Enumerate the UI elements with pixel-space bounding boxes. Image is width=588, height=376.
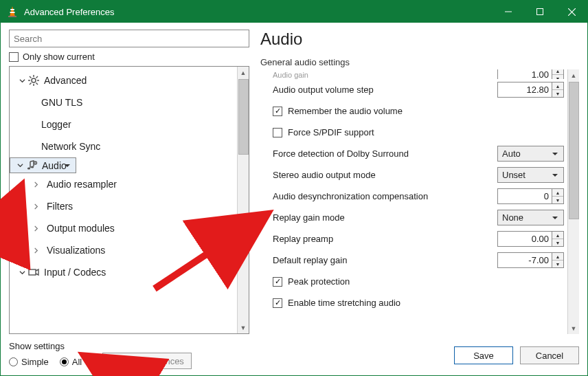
row-stereo-mode: Stereo audio output mode Unset [263,164,564,186]
tree-item-input-codecs[interactable]: Input / Codecs [10,261,249,283]
only-show-current-checkbox[interactable] [9,52,19,62]
spin-down-icon[interactable]: ▼ [552,197,563,203]
audio-gain-spinner[interactable]: ▲▼ [497,69,564,79]
spin-up-icon[interactable]: ▲ [552,69,563,75]
scroll-up-icon[interactable]: ▲ [238,67,249,78]
preamp-spinner[interactable]: ▲▼ [497,231,564,247]
desync-input[interactable] [497,188,552,204]
default-replay-spinner[interactable]: ▲▼ [497,252,564,268]
svg-rect-3 [8,16,16,17]
svg-rect-1 [10,9,14,10]
tree-item-filters[interactable]: Filters [10,195,249,217]
row-dolby: Force detection of Dolby Surround Auto [263,143,564,164]
tree-item-logger[interactable]: Logger [10,113,249,135]
svg-line-14 [36,83,38,85]
codec-icon [27,266,40,278]
tree-item-advanced[interactable]: Advanced [10,69,249,91]
vlc-cone-icon [6,5,19,18]
audio-gain-input[interactable] [497,69,552,79]
row-default-replay: Default replay gain ▲▼ [263,250,564,271]
svg-line-16 [30,83,32,85]
right-panel: Audio General audio settings Audio gain … [260,30,579,334]
svg-line-15 [36,76,38,78]
row-replay-mode: Replay gain mode None [263,207,564,228]
svg-line-13 [30,76,32,78]
replay-mode-select[interactable]: None [497,210,564,225]
tree-item-visualizations[interactable]: Visualizations [10,239,249,261]
spin-down-icon[interactable]: ▼ [552,90,563,97]
svg-rect-5 [537,9,543,15]
row-force-spdif: Force S/PDIF support [263,122,564,143]
reset-preferences-button[interactable]: Reset Preferences [102,353,192,369]
preamp-input[interactable] [497,231,552,247]
time-stretching-checkbox[interactable] [273,298,282,308]
tree-item-audio[interactable]: Audio [10,157,76,173]
spin-up-icon[interactable]: ▲ [552,232,563,239]
volume-step-spinner[interactable]: ▲▼ [497,82,564,98]
tree-item-output-modules[interactable]: Output modules [10,217,249,239]
radio-all[interactable]: All [60,357,82,367]
volume-step-input[interactable] [497,82,552,98]
scroll-thumb[interactable] [569,82,579,219]
spin-down-icon[interactable]: ▼ [552,261,563,267]
radio-icon [9,357,18,366]
chevron-right-icon[interactable] [30,203,41,210]
gear-icon [27,74,40,87]
audio-note-icon [25,159,38,172]
pane-scrollbar[interactable]: ▲ ▼ [567,69,579,334]
row-replay-preamp: Replay preamp ▲▼ [263,228,564,250]
force-spdif-checkbox[interactable] [273,128,282,137]
scroll-up-icon[interactable]: ▲ [568,69,579,81]
chevron-right-icon[interactable] [30,181,41,188]
close-button[interactable] [556,1,587,23]
left-panel: Only show current Advanced GNU TLS Logge… [9,30,249,334]
row-time-stretching: Enable time stretching audio [263,292,564,313]
svg-rect-2 [10,12,15,13]
chevron-right-icon[interactable] [30,225,41,232]
row-peak-protection: Peak protection [263,271,564,292]
svg-point-20 [35,162,36,163]
spin-up-icon[interactable]: ▲ [552,253,563,261]
scroll-down-icon[interactable]: ▼ [568,322,579,334]
chevron-down-icon[interactable] [16,78,27,84]
scroll-thumb[interactable] [238,79,249,155]
cancel-button[interactable]: Cancel [520,346,579,364]
tree-item-gnutls[interactable]: GNU TLS [10,91,249,113]
default-replay-input[interactable] [497,252,552,268]
section-heading: General audio settings [260,57,579,67]
minimize-button[interactable] [493,1,524,23]
row-desync: Audio desynchronization compensation ▲▼ [263,186,564,207]
peak-protection-checkbox[interactable] [273,277,282,287]
svg-marker-0 [10,6,15,16]
spin-down-icon[interactable]: ▼ [552,75,563,79]
settings-pane: Audio gain ▲▼ Audio output volume step ▲… [260,69,579,334]
window: Advanced Preferences Only show current [0,0,588,376]
tree: Advanced GNU TLS Logger Network Sync Aud… [9,66,249,334]
radio-icon [60,357,69,366]
dolby-select[interactable]: Auto [497,146,564,162]
spin-down-icon[interactable]: ▼ [552,239,563,246]
chevron-down-icon[interactable] [14,162,25,168]
show-settings-label: Show settings [9,341,454,351]
search-input[interactable] [9,30,249,47]
titlebar: Advanced Preferences [1,1,587,23]
chevron-right-icon[interactable] [30,247,41,254]
radio-simple[interactable]: Simple [9,357,49,367]
spin-up-icon[interactable]: ▲ [552,82,563,90]
save-button[interactable]: Save [454,346,513,364]
stereo-select[interactable]: Unset [497,167,564,183]
chevron-down-icon[interactable] [16,269,27,276]
scroll-down-icon[interactable]: ▼ [238,322,249,333]
remember-volume-checkbox[interactable] [273,107,282,116]
only-show-current-label: Only show current [23,52,95,62]
tree-item-network-sync[interactable]: Network Sync [10,135,249,157]
maximize-button[interactable] [524,1,556,23]
svg-point-17 [27,167,30,169]
row-remember-volume: Remember the audio volume [263,100,564,122]
spin-up-icon[interactable]: ▲ [552,189,563,197]
tree-item-audio-resampler[interactable]: Audio resampler [10,173,249,195]
svg-point-8 [32,78,36,82]
desync-spinner[interactable]: ▲▼ [497,188,564,204]
tree-scrollbar[interactable]: ▲ ▼ [237,67,249,333]
row-audio-gain-cut: Audio gain ▲▼ [263,69,564,79]
